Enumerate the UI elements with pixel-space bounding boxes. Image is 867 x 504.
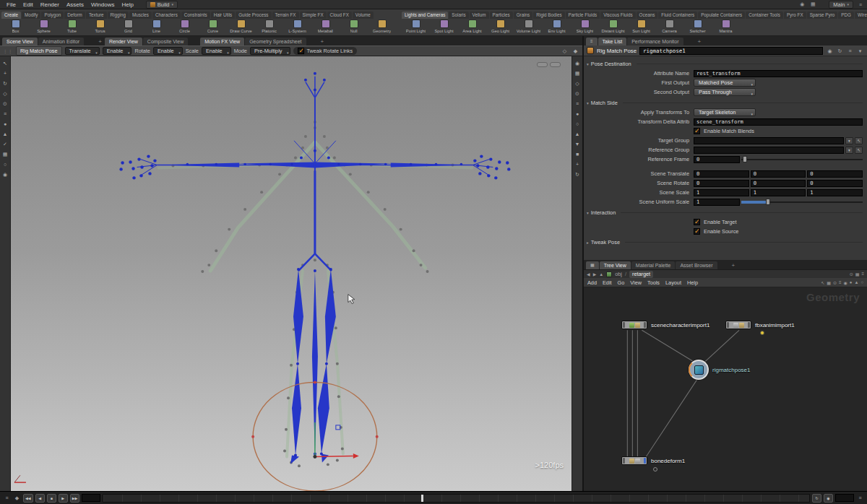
network-menu-item[interactable]: Edit [603, 279, 612, 286]
shelf-tab[interactable]: Terrain FX [272, 12, 299, 19]
grid-tool-icon[interactable]: ▦ [1, 150, 9, 158]
grid-view-icon[interactable]: ▦ [574, 69, 582, 77]
snapshot-icon[interactable]: ▦ [855, 271, 860, 277]
wire-view-icon[interactable]: ⊙ [574, 90, 582, 97]
scene-translate-x[interactable]: 0 [694, 170, 749, 178]
normals-view-icon[interactable]: ≡ [574, 100, 582, 108]
section-interaction[interactable]: ▾ Interaction [585, 208, 863, 217]
enable-target-checkbox[interactable] [694, 219, 700, 225]
shelf-tab[interactable]: Grains [514, 12, 533, 19]
play-button[interactable]: ▶ [59, 494, 68, 503]
first-output-dropdown[interactable]: Matched Pose [694, 79, 756, 87]
shelf-tool[interactable]: Box [1, 19, 30, 35]
menu-item[interactable]: File [3, 1, 20, 8]
menu-item[interactable]: Render [37, 1, 63, 8]
group-dropdown-icon[interactable]: ▾ [845, 147, 853, 154]
node-icon[interactable]: ● [850, 280, 853, 285]
layout-grid-icon[interactable]: ▦ [809, 1, 816, 7]
pane-tab[interactable]: Material Palette [631, 261, 676, 269]
camera-view-icon[interactable]: ▲ [574, 130, 582, 138]
group-dropdown-icon[interactable]: ▾ [845, 137, 853, 144]
group-select-icon[interactable]: ↖ [855, 137, 863, 144]
shelf-tool[interactable]: Geo Light [486, 19, 514, 35]
shade-view-icon[interactable]: ◇ [574, 79, 582, 87]
current-frame-marker[interactable] [421, 495, 423, 502]
scene-uniform-scale-field[interactable]: 1 [694, 199, 740, 206]
menu-item[interactable]: Help [118, 1, 137, 8]
view-pill[interactable] [550, 62, 561, 67]
scene-rotate-y[interactable]: 0 [751, 180, 806, 187]
shelf-tab[interactable]: Solaris [449, 12, 468, 19]
shelf-tool[interactable]: Torus [86, 19, 114, 35]
shelf-tab[interactable]: Viscous Fluids [600, 12, 635, 19]
shelf-tool[interactable]: Mantra [712, 19, 740, 35]
node-display-flag[interactable] [644, 322, 646, 328]
node-body[interactable] [621, 321, 647, 329]
shelf-tool[interactable]: Circle [171, 19, 199, 35]
shelf-tool[interactable]: Env Light [543, 19, 571, 35]
shelf-tab[interactable]: Muscles [129, 12, 152, 19]
node-scenecharacterimport[interactable]: scenecharacterimport1 [621, 321, 709, 329]
scene-viewport[interactable]: ↖ + ↻ ◇ ⊙ ≡ ● ▲ ✓ ▦ ○ ◉ ◉ ▦ ◇ ⊙ [0, 56, 582, 491]
node-rigmatchpose[interactable]: rigmatchpose1 [689, 360, 750, 380]
shelf-tool[interactable]: Sphere [30, 19, 58, 35]
scene-scale-x[interactable]: 1 [694, 189, 749, 196]
play-reverse-button[interactable]: ◀ [35, 494, 45, 503]
shelf-tab[interactable]: Guide Process [236, 12, 271, 19]
network-menu-item[interactable]: Tools [647, 279, 660, 286]
path-current[interactable]: retarget [629, 271, 653, 278]
section-pose-destination[interactable]: ▾ Pose Destination [585, 59, 863, 69]
section-tweak-pose[interactable]: ▸ Tweak Pose [585, 238, 863, 247]
shelf-tab[interactable]: Container Tools [746, 12, 783, 19]
shelf-tab[interactable]: Sparse Pyro [807, 12, 838, 19]
dot-icon[interactable]: ◉ [844, 280, 847, 285]
shelf-tool[interactable]: Switcher [683, 19, 712, 35]
frame-icon[interactable]: ⊙ [833, 280, 837, 285]
key-tool-icon[interactable]: ✓ [1, 140, 9, 148]
up-icon[interactable]: ▲ [599, 272, 603, 277]
realtime-button[interactable]: ◉ [824, 494, 833, 503]
shelf-tool[interactable]: Metaball [311, 19, 340, 35]
rotate-tool-icon[interactable]: ↻ [1, 79, 9, 87]
node-flag[interactable] [623, 322, 625, 328]
scale-tool-icon[interactable]: ◇ [1, 90, 9, 97]
snap-tool-icon[interactable]: ● [1, 120, 9, 128]
pane-tab[interactable]: Geometry Spreadsheet [245, 38, 306, 45]
shelf-tool[interactable]: Sun Light [627, 19, 655, 35]
enable-match-blends-checkbox[interactable] [694, 128, 700, 134]
pane-tab[interactable]: Performance Monitor [627, 38, 683, 45]
pin-icon[interactable]: ⊙ [850, 271, 853, 277]
shelf-tab[interactable]: Create [1, 12, 21, 19]
shelf-tab[interactable]: Particle Fluids [566, 12, 600, 19]
menu-item[interactable]: Edit [20, 1, 37, 8]
node-flag[interactable] [623, 458, 625, 464]
handles-tool-icon[interactable]: ≡ [1, 110, 9, 118]
new-tab-button[interactable]: + [730, 261, 738, 269]
reference-group-field[interactable] [694, 147, 844, 154]
back-icon[interactable]: ◀ [587, 271, 590, 277]
shelf-tab[interactable]: PDG [838, 12, 854, 19]
node-display-flag[interactable] [748, 322, 750, 328]
add-view-icon[interactable]: + [574, 160, 582, 168]
scene-rotate-z[interactable]: 0 [807, 180, 863, 187]
scene-uniform-scale-slider[interactable] [741, 198, 863, 206]
tab-network-view[interactable]: ▦ [586, 261, 599, 269]
new-tab-button[interactable]: + [319, 38, 327, 45]
pane-tab[interactable]: Tree View [600, 261, 631, 269]
shelf-tab[interactable]: Deform [64, 12, 85, 19]
shelf-tab[interactable]: Simple FX [300, 12, 327, 19]
layout-selector[interactable]: Main ▾ [829, 1, 853, 9]
shelf-tab[interactable]: Rigid Bodies [533, 12, 564, 19]
current-frame-field[interactable] [82, 494, 100, 502]
shelf-tool[interactable]: Sky Light [571, 19, 599, 35]
anim-settings-icon[interactable]: ≡ [3, 495, 11, 500]
pane-tab[interactable]: Take List [598, 38, 627, 45]
shelf-tab[interactable]: Vellum [470, 12, 489, 19]
shelf-tab[interactable]: Constraints [181, 12, 210, 19]
end-frame-field[interactable] [835, 494, 854, 502]
node-name-field[interactable]: rigmatchpose1 [639, 47, 823, 55]
reference-frame-slider[interactable] [741, 155, 863, 163]
snap-icon[interactable]: ◇ [561, 47, 569, 55]
shelf-tab[interactable]: Texture [86, 12, 107, 19]
pane-tab[interactable]: Scene View [2, 38, 38, 45]
